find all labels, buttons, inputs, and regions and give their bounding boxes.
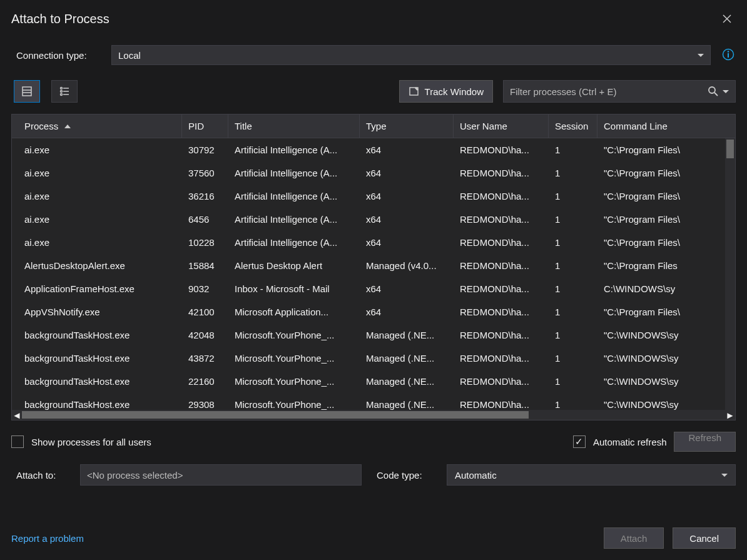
table-row[interactable]: ai.exe36216Artificial Intelligence (A...…: [12, 185, 735, 208]
connection-type-select[interactable]: Local: [111, 45, 711, 65]
attach-to-label: Attach to:: [11, 470, 80, 481]
info-icon: [722, 48, 734, 61]
options-row: Show processes for all users Automatic r…: [11, 432, 736, 452]
show-all-users-label: Show processes for all users: [31, 437, 151, 447]
table-row[interactable]: ai.exe37560Artificial Intelligence (A...…: [12, 161, 735, 185]
cell-title: Microsoft.YourPhone_...: [228, 353, 360, 364]
code-type-select[interactable]: Automatic: [447, 464, 736, 486]
cell-process: ApplicationFrameHost.exe: [12, 283, 182, 294]
cell-command-line: "C:\WINDOWS\sy: [597, 353, 735, 364]
attach-row: Attach to: <No process selected> Code ty…: [11, 464, 736, 486]
attach-button[interactable]: Attach: [604, 527, 664, 549]
table-row[interactable]: ai.exe10228Artificial Intelligence (A...…: [12, 231, 735, 254]
table-row[interactable]: ai.exe6456Artificial Intelligence (A...x…: [12, 208, 735, 231]
scrollbar-thumb[interactable]: [22, 411, 529, 419]
cell-type: x64: [360, 214, 454, 225]
cell-session: 1: [549, 353, 597, 364]
cell-command-line: "C:\WINDOWS\sy: [597, 399, 735, 410]
filter-processes-field[interactable]: [503, 80, 736, 103]
column-command-line[interactable]: Command Line: [597, 115, 735, 138]
cell-session: 1: [549, 330, 597, 340]
cell-title: Microsoft.YourPhone_...: [228, 330, 360, 340]
column-pid[interactable]: PID: [182, 115, 228, 138]
titlebar: Attach to Process: [11, 10, 736, 28]
track-window-label: Track Window: [425, 86, 484, 97]
cell-session: 1: [549, 399, 597, 410]
view-tree-button[interactable]: [51, 80, 78, 103]
column-session[interactable]: Session: [549, 115, 597, 138]
grid-header: Process PID Title Type User Name Session…: [12, 115, 735, 138]
cell-user: REDMOND\ha...: [454, 237, 549, 248]
cell-type: x64: [360, 283, 454, 294]
table-row[interactable]: backgroundTaskHost.exe22160Microsoft.You…: [12, 370, 735, 393]
cell-session: 1: [549, 283, 597, 294]
footer: Report a problem Attach Cancel: [11, 510, 736, 549]
cell-type: x64: [360, 145, 454, 155]
cell-command-line: "C:\WINDOWS\sy: [597, 376, 735, 387]
vertical-scrollbar[interactable]: [725, 138, 735, 410]
scrollbar-thumb[interactable]: [726, 140, 734, 158]
cell-type: Managed (.NE...: [360, 330, 454, 340]
view-flat-button[interactable]: [14, 80, 40, 103]
cell-session: 1: [549, 168, 597, 178]
report-problem-link[interactable]: Report a problem: [11, 533, 84, 544]
sort-asc-icon: [64, 125, 71, 128]
cell-process: backgroundTaskHost.exe: [12, 330, 182, 340]
cell-user: REDMOND\ha...: [454, 330, 549, 340]
svg-rect-5: [23, 87, 31, 96]
code-type-label: Code type:: [377, 470, 447, 481]
cancel-button[interactable]: Cancel: [673, 527, 736, 549]
svg-point-12: [61, 94, 63, 96]
cell-process: ai.exe: [12, 168, 182, 178]
cell-title: Inbox - Microsoft - Mail: [228, 283, 360, 294]
table-row[interactable]: backgroundTaskHost.exe43872Microsoft.You…: [12, 347, 735, 370]
table-row[interactable]: backgroundTaskHost.exe29308Microsoft.You…: [12, 393, 735, 410]
table-row[interactable]: AlertusDesktopAlert.exe15884Alertus Desk…: [12, 254, 735, 277]
cell-type: x64: [360, 191, 454, 201]
table-row[interactable]: ai.exe30792Artificial Intelligence (A...…: [12, 138, 735, 161]
horizontal-scrollbar[interactable]: ◄ ►: [12, 410, 735, 420]
table-row[interactable]: AppVShNotify.exe42100Microsoft Applicati…: [12, 300, 735, 323]
cell-process: ai.exe: [12, 145, 182, 155]
cell-title: Microsoft.YourPhone_...: [228, 376, 360, 387]
scroll-left-icon[interactable]: ◄: [12, 410, 22, 420]
cell-command-line: "C:\Program Files\: [597, 214, 735, 225]
connection-info-button[interactable]: [722, 48, 736, 62]
cell-user: REDMOND\ha...: [454, 283, 549, 294]
cell-title: Artificial Intelligence (A...: [228, 168, 360, 178]
show-all-users-checkbox[interactable]: [11, 435, 24, 448]
close-button[interactable]: [718, 10, 736, 28]
cell-type: x64: [360, 237, 454, 248]
table-row[interactable]: ApplicationFrameHost.exe9032Inbox - Micr…: [12, 277, 735, 300]
cell-command-line: "C:\Program Files: [597, 260, 735, 271]
scroll-right-icon[interactable]: ►: [725, 410, 735, 420]
cell-title: Artificial Intelligence (A...: [228, 214, 360, 225]
cell-user: REDMOND\ha...: [454, 307, 549, 317]
toolbar: Track Window: [11, 80, 736, 103]
grid-body[interactable]: ai.exe30792Artificial Intelligence (A...…: [12, 138, 735, 410]
column-type[interactable]: Type: [360, 115, 454, 138]
cell-process: ai.exe: [12, 214, 182, 225]
connection-row: Connection type: Local: [11, 45, 736, 65]
cell-pid: 30792: [182, 145, 228, 155]
attach-to-field[interactable]: <No process selected>: [80, 464, 362, 486]
cell-command-line: "C:\Program Files\: [597, 307, 735, 317]
cell-command-line: "C:\Program Files\: [597, 168, 735, 178]
cell-type: x64: [360, 307, 454, 317]
cell-title: Microsoft Application...: [228, 307, 360, 317]
cell-command-line: C:\WINDOWS\sy: [597, 283, 735, 294]
cell-process: AppVShNotify.exe: [12, 307, 182, 317]
track-window-button[interactable]: Track Window: [399, 80, 493, 103]
column-title[interactable]: Title: [228, 115, 360, 138]
cell-user: REDMOND\ha...: [454, 260, 549, 271]
table-row[interactable]: backgroundTaskHost.exe42048Microsoft.You…: [12, 323, 735, 347]
refresh-button[interactable]: Refresh: [674, 432, 736, 452]
cell-session: 1: [549, 260, 597, 271]
automatic-refresh-checkbox[interactable]: [573, 435, 586, 448]
column-process[interactable]: Process: [12, 115, 182, 138]
cell-pid: 9032: [182, 283, 228, 294]
column-user[interactable]: User Name: [454, 115, 549, 138]
cell-pid: 10228: [182, 237, 228, 248]
cell-process: ai.exe: [12, 237, 182, 248]
filter-input[interactable]: [510, 86, 708, 97]
